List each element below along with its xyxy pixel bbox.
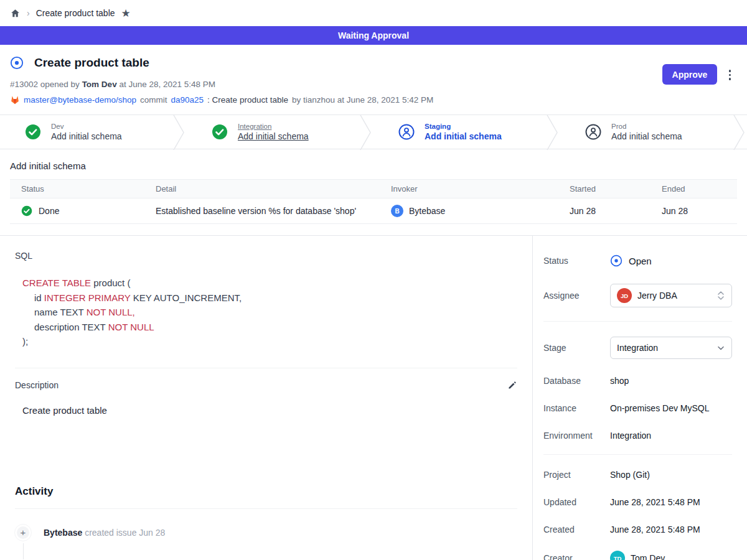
sql-code-block: CREATE TABLE product (id INTEGER PRIMARY… xyxy=(15,276,517,349)
activity-actor: Bytebase xyxy=(44,528,82,538)
invoker-avatar: B xyxy=(391,205,403,217)
assignee-avatar: JD xyxy=(617,288,632,303)
task-ended: Jun 28 xyxy=(662,206,737,216)
activity-action: created issue xyxy=(85,528,136,538)
breadcrumb: › Create product table ★ xyxy=(0,0,747,26)
updated-value: June 28, 2021 5:48 PM xyxy=(610,497,732,507)
created-value: June 28, 2021 5:48 PM xyxy=(610,525,732,534)
task-done-check-icon xyxy=(21,205,32,217)
task-invoker: Bytebase xyxy=(409,206,445,216)
home-icon[interactable] xyxy=(10,8,21,19)
stage-prod[interactable]: Prod Add initial schema xyxy=(560,115,733,149)
stage-separator-icon xyxy=(547,115,560,150)
main-content: SQL CREATE TABLE product (id INTEGER PRI… xyxy=(0,236,533,560)
commit-hash-link[interactable]: da90a25 xyxy=(171,95,204,105)
commit-info: master@bytebase-demo/shop commit da90a25… xyxy=(10,95,732,105)
sql-line: description TEXT NOT NULL xyxy=(15,320,517,335)
stage-separator-icon xyxy=(360,115,374,150)
description-text: Create product table xyxy=(15,405,517,416)
task-detail: Established baseline version %s for data… xyxy=(156,206,391,216)
task-table-header: Status Detail Invoker Started Ended xyxy=(10,180,737,198)
stage-integration[interactable]: Integration Add initial schema xyxy=(187,115,360,149)
divider xyxy=(543,454,732,455)
assignee-label: Assignee xyxy=(543,291,610,301)
status-label: Status xyxy=(543,256,610,266)
sql-line: ); xyxy=(15,334,517,349)
project-label: Project xyxy=(543,470,610,480)
commit-branch-link[interactable]: master@bytebase-demo/shop xyxy=(24,95,136,105)
task-section: Add initial schema Status Detail Invoker… xyxy=(0,161,747,224)
edit-pencil-icon[interactable] xyxy=(507,380,517,390)
stage-separator-icon xyxy=(733,115,747,150)
stage-done-check-icon xyxy=(25,124,41,140)
sql-label: SQL xyxy=(15,251,517,261)
database-label: Database xyxy=(543,376,610,386)
description-label: Description xyxy=(15,380,59,390)
creator-label: Creator xyxy=(543,553,610,560)
gitlab-icon xyxy=(10,95,20,105)
activity-item: + Bytebase created issue Jun 28 xyxy=(15,525,517,541)
bookmark-star-icon[interactable]: ★ xyxy=(121,8,131,19)
task-status: Done xyxy=(39,206,59,216)
commit-byline: by tianzhou at June 28, 2021 5:42 PM xyxy=(292,95,433,105)
stage-pending-person-icon xyxy=(585,124,601,140)
breadcrumb-chevron-icon: › xyxy=(27,8,30,18)
stage-separator-icon xyxy=(173,115,187,150)
updown-chevron-icon xyxy=(716,291,725,301)
creator-avatar: TD xyxy=(610,551,625,560)
task-table: Status Detail Invoker Started Ended Done… xyxy=(10,179,737,224)
approval-banner: Waiting Approval xyxy=(0,26,747,45)
sql-line: CREATE TABLE product ( xyxy=(15,276,517,291)
project-value: Shop (Git) xyxy=(610,470,732,480)
instance-label: Instance xyxy=(543,403,610,413)
updated-label: Updated xyxy=(543,497,610,507)
kebab-menu-icon[interactable] xyxy=(726,67,734,83)
database-value: shop xyxy=(610,376,732,386)
pipeline-stages: Dev Add initial schema Integration Add i… xyxy=(0,114,747,149)
created-label: Created xyxy=(543,525,610,534)
instance-value: On-premises Dev MySQL xyxy=(610,403,732,413)
approval-banner-text: Waiting Approval xyxy=(338,30,409,40)
plus-icon: + xyxy=(15,525,31,541)
table-row[interactable]: Done Established baseline version %s for… xyxy=(10,198,737,223)
issue-sidebar: Status Open Assignee JD Jerry DBA Stage xyxy=(533,236,747,560)
creator-value: Tom Dev xyxy=(631,553,665,560)
issue-author: Tom Dev xyxy=(82,80,117,89)
assignee-select[interactable]: JD Jerry DBA xyxy=(610,284,732,307)
activity-date: Jun 28 xyxy=(139,528,165,538)
stage-label: Stage xyxy=(543,343,610,353)
stage-select[interactable]: Integration xyxy=(610,337,732,359)
issue-header: Create product table #13002 opened by To… xyxy=(0,45,747,114)
activity-heading: Activity xyxy=(15,485,517,498)
issue-meta: #13002 opened by Tom Dev at June 28, 202… xyxy=(10,80,732,89)
stage-dev[interactable]: Dev Add initial schema xyxy=(0,115,173,149)
status-open-icon xyxy=(610,254,622,267)
divider xyxy=(15,368,517,368)
breadcrumb-title: Create product table xyxy=(36,8,115,18)
status-value: Open xyxy=(629,256,652,266)
stage-pending-person-icon xyxy=(398,124,415,140)
timeline-connector xyxy=(23,543,24,559)
task-started: Jun 28 xyxy=(570,206,662,216)
environment-value: Integration xyxy=(610,431,732,441)
approve-button[interactable]: Approve xyxy=(662,64,717,85)
stage-done-check-icon xyxy=(212,124,228,140)
issue-open-icon xyxy=(10,56,24,70)
environment-label: Environment xyxy=(543,431,610,441)
sql-line: name TEXT NOT NULL, xyxy=(15,305,517,320)
chevron-down-icon xyxy=(716,343,725,353)
divider xyxy=(543,321,732,322)
divider xyxy=(15,508,517,509)
task-heading: Add initial schema xyxy=(10,161,737,171)
page-title: Create product table xyxy=(34,56,149,70)
sql-line: id INTEGER PRIMARY KEY AUTO_INCREMENT, xyxy=(15,291,517,306)
stage-staging[interactable]: Staging Add initial schema xyxy=(374,115,547,149)
commit-title: : Create product table xyxy=(207,95,288,105)
